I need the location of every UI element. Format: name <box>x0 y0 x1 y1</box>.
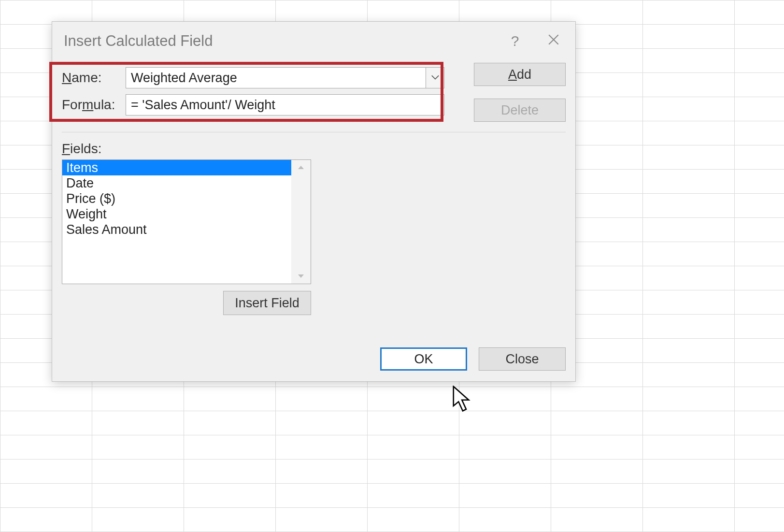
formula-label: Formula: <box>62 97 126 113</box>
list-item[interactable]: Items <box>62 160 291 175</box>
name-label: Name: <box>62 70 126 86</box>
dialog-body: Name: Formula: Add Delete Fields: Items <box>52 60 575 337</box>
fields-listbox-wrap: Items Date Price ($) Weight Sales Amount <box>62 159 311 284</box>
list-item[interactable]: Date <box>62 175 291 191</box>
divider <box>62 132 566 132</box>
dialog-footer: OK Close <box>52 337 575 381</box>
name-dropdown-button[interactable] <box>426 68 444 88</box>
close-button-x[interactable] <box>537 27 570 56</box>
list-item[interactable]: Weight <box>62 206 291 222</box>
listbox-scrollbar[interactable] <box>291 160 311 284</box>
formula-input[interactable] <box>126 94 444 115</box>
dialog-title: Insert Calculated Field <box>64 32 498 50</box>
delete-button: Delete <box>474 99 566 122</box>
close-button[interactable]: Close <box>479 347 566 371</box>
insert-field-row: Insert Field <box>62 291 311 315</box>
list-item[interactable]: Sales Amount <box>62 222 291 237</box>
ok-button[interactable]: OK <box>380 347 467 371</box>
chevron-down-icon <box>431 73 440 82</box>
scroll-down-icon <box>298 272 304 281</box>
list-item[interactable]: Price ($) <box>62 191 291 206</box>
titlebar: Insert Calculated Field ? <box>52 22 575 60</box>
help-button[interactable]: ? <box>498 27 532 56</box>
name-input[interactable] <box>126 68 426 88</box>
scroll-up-icon <box>298 163 304 172</box>
fields-listbox[interactable]: Items Date Price ($) Weight Sales Amount <box>62 160 291 284</box>
insert-field-button[interactable]: Insert Field <box>223 291 311 315</box>
side-buttons: Add Delete <box>474 63 566 122</box>
name-combo <box>126 67 444 88</box>
add-button[interactable]: Add <box>474 63 566 86</box>
insert-calculated-field-dialog: Insert Calculated Field ? Name: Fo <box>52 21 576 382</box>
help-icon: ? <box>511 33 519 49</box>
close-icon <box>547 33 560 49</box>
fields-label: Fields: <box>62 141 566 157</box>
